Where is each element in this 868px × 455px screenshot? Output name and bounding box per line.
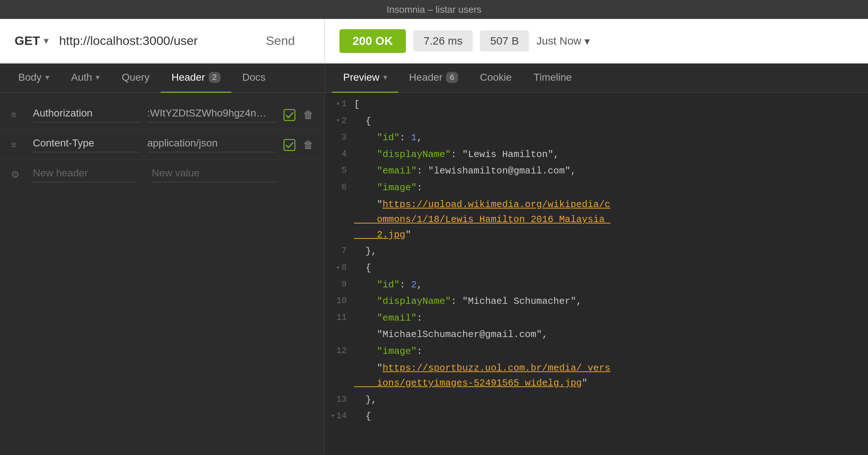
- code-viewer: ▾1 [ ▾2 { 3 "id": 1, 4 "displayName": "L…: [325, 93, 868, 455]
- new-header-name-placeholder[interactable]: New header: [33, 167, 88, 179]
- tab-response-header-badge: 6: [446, 72, 458, 83]
- code-line-8: ▾8 {: [325, 260, 868, 277]
- table-row: ≡ Authorization :WItYZDtSZWho9hgz4nWyc 🗑: [0, 100, 324, 130]
- delete-header-content-type-icon[interactable]: 🗑: [303, 139, 314, 151]
- tab-auth-label: Auth: [71, 72, 92, 83]
- response-size-badge: 507 B: [480, 30, 529, 51]
- tab-docs-label: Docs: [242, 72, 266, 83]
- tab-header-badge: 2: [209, 72, 220, 83]
- drag-handle-icon: ≡: [11, 109, 26, 121]
- svg-rect-0: [284, 110, 295, 121]
- tab-cookie[interactable]: Cookie: [469, 64, 523, 93]
- tab-docs[interactable]: Docs: [231, 64, 277, 93]
- tab-body-arrow-icon: ▾: [45, 73, 49, 82]
- headers-table: ≡ Authorization :WItYZDtSZWho9hgz4nWyc 🗑…: [0, 93, 324, 455]
- code-line-11: 11 "email":: [325, 310, 868, 327]
- drag-handle-icon: ≡: [11, 139, 26, 150]
- send-button[interactable]: Send: [266, 34, 295, 48]
- status-code-badge: 200 OK: [339, 29, 406, 53]
- left-tab-bar: Body ▾ Auth ▾ Query Header 2 Docs: [0, 64, 324, 93]
- tab-auth-arrow-icon: ▾: [96, 73, 100, 82]
- header-value-content-type[interactable]: application/json: [147, 137, 276, 152]
- tab-body[interactable]: Body ▾: [7, 64, 60, 93]
- code-line-3: 3 "id": 1,: [325, 130, 868, 146]
- code-line-11b: "MichaelSchumacher@gmail.com",: [325, 326, 868, 343]
- method-selector[interactable]: GET ▾: [15, 34, 48, 48]
- tab-query-label: Query: [122, 72, 149, 83]
- left-panel: Body ▾ Auth ▾ Query Header 2 Docs ≡: [0, 64, 325, 455]
- code-line-1: ▾1 [: [325, 96, 868, 113]
- tab-response-header[interactable]: Header 6: [398, 64, 469, 93]
- header-value-authorization[interactable]: :WItYZDtSZWho9hgz4nWyc: [147, 107, 276, 122]
- tab-response-header-label: Header: [409, 72, 443, 83]
- code-line-4: 4 "displayName": "Lewis Hamilton",: [325, 146, 868, 163]
- tab-timeline[interactable]: Timeline: [523, 64, 583, 93]
- code-line-5: 5 "email": "lewishamilton@gmail.com",: [325, 163, 868, 180]
- svg-rect-1: [284, 139, 295, 150]
- tab-body-label: Body: [18, 72, 42, 83]
- url-bar: GET ▾ Send: [0, 19, 325, 63]
- response-tab-bar: Preview ▾ Header 6 Cookie Timeline: [325, 64, 868, 93]
- url-input[interactable]: [59, 34, 266, 48]
- header-enabled-checkbox-authorization[interactable]: [283, 108, 296, 122]
- code-line-12b: "https://sportbuzz.uol.com.br/media/_ver…: [325, 360, 868, 392]
- header-enabled-checkbox-content-type[interactable]: [283, 138, 296, 152]
- status-bar: 200 OK 7.26 ms 507 B Just Now ▾: [325, 19, 868, 63]
- tab-auth[interactable]: Auth ▾: [60, 64, 111, 93]
- timestamp-label[interactable]: Just Now ▾: [536, 35, 589, 47]
- app-title: Insomnia – listar users: [387, 4, 481, 15]
- code-line-14: ▾14 {: [325, 408, 868, 425]
- response-time-badge: 7.26 ms: [413, 30, 473, 51]
- code-line-13: 13 },: [325, 392, 868, 409]
- method-arrow-icon: ▾: [44, 36, 48, 46]
- timestamp-arrow-icon: ▾: [584, 35, 590, 47]
- right-panel: Preview ▾ Header 6 Cookie Timeline ▾1 [ …: [325, 64, 868, 455]
- new-header-value-placeholder[interactable]: New value: [152, 167, 200, 179]
- tab-timeline-label: Timeline: [534, 72, 572, 83]
- tab-header[interactable]: Header 2: [161, 64, 231, 93]
- code-line-7: 7 },: [325, 243, 868, 260]
- table-row: ≡ Content-Type application/json 🗑: [0, 130, 324, 160]
- code-line-6b: "https://upload.wikimedia.org/wikipedia/…: [325, 196, 868, 244]
- method-label: GET: [15, 34, 40, 48]
- new-header-row: ⚙ New header New value: [0, 160, 324, 190]
- tab-cookie-label: Cookie: [480, 72, 512, 83]
- main-layout: Body ▾ Auth ▾ Query Header 2 Docs ≡: [0, 64, 868, 455]
- title-bar: Insomnia – listar users: [0, 0, 868, 19]
- header-name-content-type[interactable]: Content-Type: [33, 137, 140, 152]
- gear-icon: ⚙: [11, 169, 26, 180]
- tab-header-label: Header: [172, 72, 205, 83]
- code-line-6: 6 "image":: [325, 180, 868, 196]
- tab-query[interactable]: Query: [111, 64, 160, 93]
- tab-preview-arrow-icon: ▾: [383, 73, 387, 82]
- tab-preview-label: Preview: [343, 72, 380, 83]
- code-line-2: ▾2 {: [325, 113, 868, 130]
- code-line-9: 9 "id": 2,: [325, 277, 868, 294]
- code-line-10: 10 "displayName": "Michael Schumacher",: [325, 293, 868, 310]
- header-name-authorization[interactable]: Authorization: [33, 107, 140, 122]
- delete-header-authorization-icon[interactable]: 🗑: [303, 109, 314, 121]
- tab-preview[interactable]: Preview ▾: [332, 64, 398, 93]
- code-line-12: 12 "image":: [325, 343, 868, 360]
